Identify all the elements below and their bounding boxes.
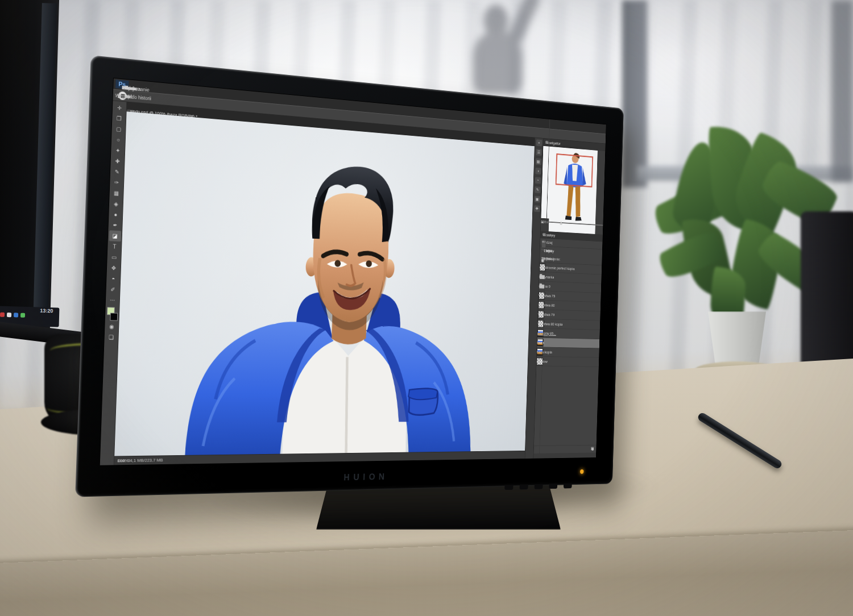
layers-action-icon[interactable]: ▯ [592,447,594,451]
background-color[interactable] [110,313,118,321]
tray-icon [0,313,5,317]
marquee-tool-icon[interactable]: ▢ [113,123,125,135]
sponge-tool-icon[interactable]: ◓ [107,273,119,285]
clone-stamp-tool-icon[interactable]: ✒ [109,219,122,231]
status-arrow-icon[interactable]: ▸ [117,458,119,463]
pressure-size-icon[interactable]: ✐ [115,91,124,99]
crop-tool-icon[interactable]: ❐ [113,113,125,124]
layers-list: wyostrzenie perfect kopia◉Marynarka◉Grup… [534,263,602,446]
curtain-shadow-figure [449,0,557,91]
collapsed-panel-icon[interactable]: ◑ [535,168,541,174]
monitor-button[interactable] [549,484,557,489]
monitor-button[interactable] [520,484,528,489]
window-frame-right [831,0,853,182]
collapsed-panel-icon[interactable]: ▦ [535,158,541,165]
taskbar-clock: 13:20 [40,308,53,314]
lasso-tool-icon[interactable]: ○ [112,134,125,145]
dodge-tool-icon[interactable]: ◈ [110,198,122,210]
pen-display-monitor: HUION Ps PlikEdycjaObrazWarstwaTekstZazn… [75,55,624,497]
blur-tool-icon[interactable]: ● [109,209,122,220]
collapsed-panel-icon[interactable]: « [536,139,542,146]
brush-tool-icon[interactable]: ✎ [111,166,123,177]
monitor-button[interactable] [504,485,513,490]
tray-icon [20,313,25,318]
doc-size: Dok: 34,1 MB/223,7 MB [117,457,163,463]
move-tool-icon[interactable]: ✛ [113,102,126,114]
window-frame-bar [622,0,647,188]
quick-mask-icon[interactable]: ◉ [105,321,118,332]
collapsed-panel-icon[interactable]: ✎ [535,186,541,193]
collapsed-panel-icon[interactable]: ◔ [535,177,541,184]
canvas[interactable] [114,111,535,456]
collapsed-panel-icon[interactable]: ▣ [534,196,540,203]
type-tool-icon[interactable]: T [108,241,121,252]
color-swatches[interactable] [106,306,118,321]
portrait-painting [114,111,535,456]
eraser-tool-icon[interactable]: ◪ [109,230,121,242]
collapsed-panel-icon[interactable]: ☰ [536,149,542,156]
shape-tool-icon[interactable]: ▭ [108,252,121,263]
screen-mode-icon[interactable]: ❏ [105,332,118,343]
secondary-monitor [0,0,60,338]
gradient-tool-icon[interactable]: ▦ [110,188,123,199]
layer-name[interactable]: shadow [536,359,547,364]
right-panels: Nawigator ☰ [533,139,606,459]
monitor-brand-label: HUION [76,467,613,489]
tray-icons [0,312,40,320]
tray-icon [14,313,18,317]
monitor-bezel: HUION Ps PlikEdycjaObrazWarstwaTekstZazn… [75,55,624,497]
navigator-panel: 20% ▲ ▲ [541,146,606,235]
smudge-tool-icon[interactable]: ✐ [107,284,119,295]
quick-select-tool-icon[interactable]: ✦ [111,145,124,156]
hand-tool-icon[interactable]: ✥ [107,263,120,274]
more-tools-icon[interactable]: ⋯ [106,294,119,305]
layer-row-shadow[interactable]: ◉shadow [536,357,599,367]
eyedropper-tool-icon[interactable]: ✑ [110,177,123,188]
monitor-button[interactable] [564,484,572,489]
monitor-button[interactable] [535,484,543,489]
photoshop-window: Ps PlikEdycjaObrazWarstwaTekstZaznaczani… [100,78,607,466]
desk-photo: 13:20 HUION Ps PlikEdycjaObrazWarstwaTek… [0,0,853,616]
speaker [801,211,853,382]
tray-icon [7,313,11,317]
collapsed-panel-icon[interactable]: ✚ [534,205,540,212]
layer-row-baza-kopia[interactable]: baza kopia [537,347,599,357]
healing-brush-tool-icon[interactable]: ✚ [111,155,124,167]
